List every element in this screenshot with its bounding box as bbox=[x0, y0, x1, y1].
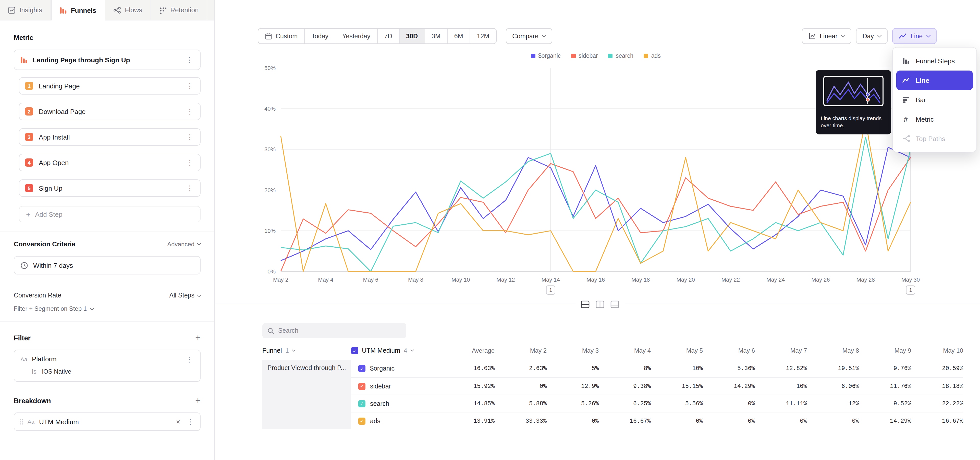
date-range-3m[interactable]: 3M bbox=[425, 29, 447, 43]
average-column-header: Average bbox=[442, 347, 495, 354]
cell-value: 9.76% bbox=[859, 360, 911, 377]
plus-icon: + bbox=[26, 210, 30, 218]
cell-value: 5.36% bbox=[703, 360, 755, 377]
funnel-column-header[interactable]: Funnel1 bbox=[262, 347, 351, 354]
breakdown-column-header[interactable]: ✓UTM Medium4 bbox=[351, 347, 442, 354]
cell-value: 14.29% bbox=[703, 377, 755, 395]
remove-breakdown-icon[interactable]: × bbox=[175, 418, 181, 426]
series-row-name[interactable]: ✓$organic bbox=[351, 360, 442, 377]
chart-type-dropdown[interactable]: Line bbox=[892, 28, 936, 44]
funnel-step[interactable]: 4App Open⋮ bbox=[19, 154, 200, 171]
legend-item[interactable]: search bbox=[608, 53, 633, 59]
add-filter-button[interactable]: + bbox=[195, 333, 200, 342]
menu-item-metric[interactable]: #Metric bbox=[896, 109, 973, 129]
menu-item-funnel-steps[interactable]: Funnel Steps bbox=[896, 51, 973, 70]
breakdown-column-count: 4 bbox=[404, 347, 407, 354]
funnel-column-count: 1 bbox=[285, 347, 289, 354]
funnel-title: Landing Page through Sign Up bbox=[33, 56, 180, 64]
average-value: 15.92% bbox=[442, 377, 495, 395]
legend-item[interactable]: $organic bbox=[531, 53, 561, 59]
layout-chart-only-icon[interactable] bbox=[611, 300, 619, 308]
series-checkbox[interactable]: ✓ bbox=[358, 417, 366, 425]
svg-text:May 22: May 22 bbox=[721, 276, 740, 283]
property-type-badge: Aa bbox=[27, 418, 35, 425]
date-range-12m[interactable]: 12M bbox=[470, 29, 496, 43]
add-step-button[interactable]: + Add Step bbox=[19, 206, 200, 222]
conversion-window-card[interactable]: Within 7 days bbox=[14, 256, 200, 275]
cell-value: 9.38% bbox=[599, 377, 651, 395]
kebab-menu-icon[interactable]: ⋮ bbox=[185, 185, 194, 192]
metric-heading: Metric bbox=[14, 34, 200, 42]
tab-funnels[interactable]: Funnels bbox=[51, 0, 105, 21]
scale-dropdown[interactable]: Linear bbox=[802, 28, 851, 44]
funnel-step[interactable]: 5Sign Up⋮ bbox=[19, 179, 200, 197]
kebab-menu-icon[interactable]: ⋮ bbox=[185, 56, 194, 63]
breakdown-property-name: UTM Medium bbox=[39, 418, 170, 425]
funnel-step[interactable]: 3App Install⋮ bbox=[19, 128, 200, 146]
compare-button[interactable]: Compare bbox=[506, 28, 552, 44]
divider bbox=[0, 232, 215, 232]
series-checkbox[interactable]: ✓ bbox=[358, 383, 366, 390]
date-range-today[interactable]: Today bbox=[304, 29, 335, 43]
date-range-label: Today bbox=[311, 32, 328, 40]
drag-handle-icon[interactable] bbox=[19, 419, 23, 425]
kebab-menu-icon[interactable]: ⋮ bbox=[186, 418, 195, 425]
legend-item[interactable]: ads bbox=[644, 53, 661, 59]
filter-segment-dropdown[interactable]: Filter + Segment on Step 1 bbox=[14, 305, 200, 312]
average-value: 16.03% bbox=[442, 360, 495, 377]
layout-side-by-side-icon[interactable] bbox=[596, 300, 605, 308]
cell-value: 10% bbox=[651, 360, 703, 377]
granularity-dropdown[interactable]: Day bbox=[856, 28, 888, 44]
funnel-step[interactable]: 2Download Page⋮ bbox=[19, 103, 200, 120]
date-range-30d[interactable]: 30D bbox=[399, 29, 425, 43]
tab-retention[interactable]: Retention bbox=[151, 0, 207, 20]
date-range-custom[interactable]: Custom bbox=[258, 29, 304, 43]
kebab-menu-icon[interactable]: ⋮ bbox=[185, 108, 194, 115]
tab-label: Retention bbox=[170, 6, 199, 14]
chart-type-menu: Funnel StepsLineBar#MetricTop Paths bbox=[892, 47, 977, 152]
tab-insights[interactable]: Insights bbox=[0, 0, 51, 20]
search-input[interactable] bbox=[278, 327, 401, 334]
filter-value[interactable]: iOS Native bbox=[42, 368, 72, 375]
kebab-menu-icon[interactable]: ⋮ bbox=[185, 356, 194, 363]
legend-label: $organic bbox=[538, 53, 561, 59]
menu-item-label: Funnel Steps bbox=[916, 57, 955, 65]
series-row-name[interactable]: ✓search bbox=[351, 395, 442, 412]
advanced-dropdown[interactable]: Advanced bbox=[167, 241, 200, 248]
series-checkbox[interactable]: ✓ bbox=[358, 365, 366, 372]
funnel-card[interactable]: Landing Page through Sign Up ⋮ bbox=[14, 50, 200, 70]
svg-text:May 12: May 12 bbox=[496, 276, 515, 283]
menu-item-line[interactable]: Line bbox=[896, 70, 973, 90]
series-checkbox[interactable]: ✓ bbox=[358, 400, 366, 407]
menu-item-label: Line bbox=[916, 77, 929, 84]
date-range-yesterday[interactable]: Yesterday bbox=[335, 29, 377, 43]
all-steps-dropdown[interactable]: All Steps bbox=[169, 292, 200, 299]
search-box[interactable] bbox=[262, 323, 406, 339]
date-range-6m[interactable]: 6M bbox=[447, 29, 470, 43]
breakdown-property-card[interactable]: Aa UTM Medium × ⋮ bbox=[14, 412, 200, 431]
legend-label: sidebar bbox=[579, 53, 598, 59]
funnels-icon bbox=[60, 7, 67, 14]
funnel-icon bbox=[21, 56, 27, 63]
filter-operator[interactable]: Is bbox=[32, 368, 37, 375]
menu-item-label: Top Paths bbox=[916, 135, 945, 142]
series-row-name[interactable]: ✓ads bbox=[351, 412, 442, 429]
filter-property-card[interactable]: Aa Platform ⋮ Is iOS Native bbox=[14, 350, 200, 382]
select-all-checkbox[interactable]: ✓ bbox=[351, 347, 358, 354]
funnel-steps-icon bbox=[901, 57, 910, 65]
kebab-menu-icon[interactable]: ⋮ bbox=[185, 159, 194, 166]
add-breakdown-button[interactable]: + bbox=[195, 396, 200, 405]
kebab-menu-icon[interactable]: ⋮ bbox=[185, 82, 194, 89]
date-range-label: 7D bbox=[384, 32, 392, 40]
date-range-label: 12M bbox=[477, 32, 490, 40]
funnel-group-cell[interactable]: Product Viewed through P... bbox=[262, 360, 351, 429]
menu-item-bar[interactable]: Bar bbox=[896, 90, 973, 109]
legend-item[interactable]: sidebar bbox=[571, 53, 598, 59]
date-range-7d[interactable]: 7D bbox=[377, 29, 399, 43]
kebab-menu-icon[interactable]: ⋮ bbox=[185, 133, 194, 141]
funnel-step[interactable]: 1Landing Page⋮ bbox=[19, 77, 200, 94]
layout-chart-table-icon[interactable] bbox=[581, 300, 590, 308]
legend-swatch bbox=[608, 53, 613, 58]
tab-flows[interactable]: Flows bbox=[105, 0, 151, 20]
series-row-name[interactable]: ✓sidebar bbox=[351, 377, 442, 395]
